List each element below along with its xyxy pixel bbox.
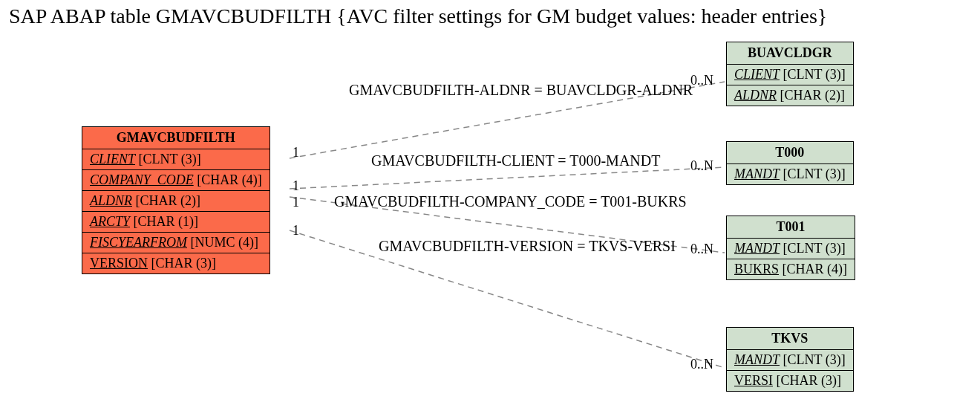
card-right-0: 0..N: [690, 73, 713, 88]
entity-t001: T001MANDT [CLNT (3)]BUKRS [CHAR (4)]: [726, 216, 855, 280]
entity-field: MANDT [CLNT (3)]: [727, 164, 853, 184]
card-left-2: 1: [293, 195, 299, 210]
rel-label-2: GMAVCBUDFILTH-COMPANY_CODE = T001-BUKRS: [334, 193, 687, 210]
field-name: COMPANY_CODE: [90, 172, 194, 187]
entity-field: FISCYEARFROM [NUMC (4)]: [82, 233, 270, 253]
field-type: [CLNT (3)]: [135, 152, 201, 166]
card-right-1: 0..N: [690, 158, 713, 174]
entity-header: BUAVCLDGR: [727, 42, 853, 65]
field-name: VERSI: [734, 373, 773, 388]
field-type: [CLNT (3)]: [780, 352, 846, 367]
field-type: [CHAR (3)]: [148, 256, 216, 271]
er-diagram: SAP ABAP table GMAVCBUDFILTH {AVC filter…: [0, 0, 980, 408]
field-type: [CLNT (3)]: [780, 166, 846, 181]
field-type: [CHAR (3)]: [773, 373, 841, 388]
card-left-0: 1: [293, 145, 299, 161]
entity-field: VERSION [CHAR (3)]: [82, 253, 270, 273]
field-name: FISCYEARFROM: [90, 235, 187, 250]
entity-header: TKVS: [727, 328, 853, 350]
entity-header: T001: [727, 216, 855, 239]
entity-t000: T000MANDT [CLNT (3)]: [726, 141, 854, 185]
entity-field: ALDNR [CHAR (2)]: [727, 85, 853, 106]
entity-gmavcbudfilth: GMAVCBUDFILTHCLIENT [CLNT (3)]COMPANY_CO…: [82, 126, 270, 274]
field-type: [CLNT (3)]: [780, 241, 846, 256]
card-left-1: 1: [293, 178, 299, 194]
field-name: BUKRS: [734, 262, 779, 276]
field-type: [CLNT (3)]: [780, 67, 846, 82]
entity-field: ARCTY [CHAR (1)]: [82, 212, 270, 233]
field-type: [CHAR (4)]: [779, 262, 847, 276]
entity-tkvs: TKVSMANDT [CLNT (3)]VERSI [CHAR (3)]: [726, 327, 854, 392]
field-type: [CHAR (2)]: [132, 193, 200, 208]
entity-field: MANDT [CLNT (3)]: [727, 239, 855, 259]
entity-field: BUKRS [CHAR (4)]: [727, 259, 855, 279]
page-title: SAP ABAP table GMAVCBUDFILTH {AVC filter…: [9, 4, 827, 28]
field-type: [CHAR (4)]: [194, 172, 262, 187]
field-name: MANDT: [734, 241, 780, 256]
rel-label-3: GMAVCBUDFILTH-VERSION = TKVS-VERSI: [379, 238, 676, 255]
card-left-3: 1: [293, 223, 299, 239]
entity-header: GMAVCBUDFILTH: [82, 127, 270, 149]
field-type: [CHAR (1)]: [130, 214, 198, 229]
entity-buavcldgr: BUAVCLDGRCLIENT [CLNT (3)]ALDNR [CHAR (2…: [726, 42, 854, 106]
field-name: MANDT: [734, 352, 780, 367]
field-name: ALDNR: [90, 193, 132, 208]
svg-line-1: [290, 167, 725, 189]
entity-field: CLIENT [CLNT (3)]: [82, 149, 270, 170]
field-name: CLIENT: [90, 152, 135, 166]
field-name: VERSION: [90, 256, 148, 271]
entity-field: MANDT [CLNT (3)]: [727, 350, 853, 371]
entity-field: VERSI [CHAR (3)]: [727, 371, 853, 391]
entity-field: COMPANY_CODE [CHAR (4)]: [82, 170, 270, 191]
rel-label-0: GMAVCBUDFILTH-ALDNR = BUAVCLDGR-ALDNR: [349, 82, 693, 99]
field-name: ARCTY: [90, 214, 130, 229]
entity-field: ALDNR [CHAR (2)]: [82, 191, 270, 212]
rel-label-1: GMAVCBUDFILTH-CLIENT = T000-MANDT: [371, 152, 660, 169]
field-name: CLIENT: [734, 67, 780, 82]
entity-field: CLIENT [CLNT (3)]: [727, 65, 853, 85]
field-type: [CHAR (2)]: [777, 88, 845, 103]
field-name: MANDT: [734, 166, 780, 181]
card-right-2: 0..N: [690, 242, 713, 257]
field-name: ALDNR: [734, 88, 777, 103]
card-right-3: 0..N: [690, 357, 713, 372]
entity-header: T000: [727, 142, 853, 164]
field-type: [NUMC (4)]: [187, 235, 258, 250]
